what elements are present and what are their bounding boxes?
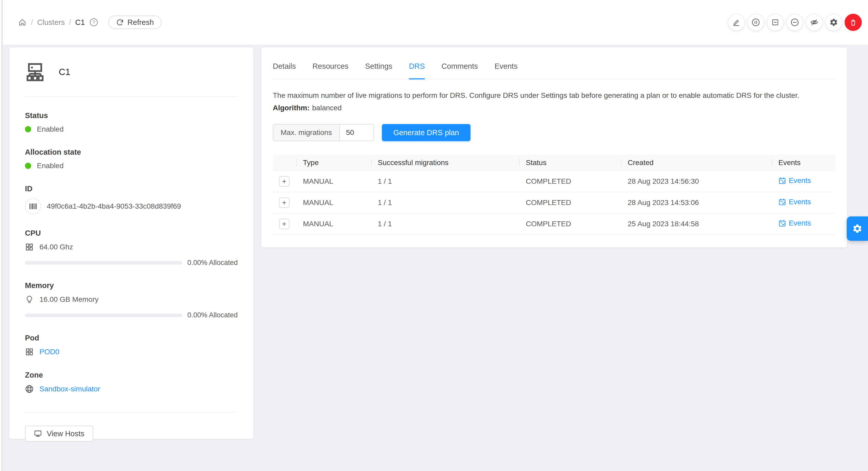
- memory-allocated-text: 0.00% Allocated: [187, 311, 238, 319]
- breadcrumb: / Clusters / C1 ? Refresh: [18, 15, 162, 29]
- pause-button[interactable]: [747, 14, 764, 31]
- zone-link[interactable]: Sandbox-simulator: [39, 385, 100, 393]
- unmanage-button[interactable]: [767, 14, 784, 31]
- row-events-link[interactable]: Events: [778, 219, 811, 227]
- allocation-state-label: Allocation state: [25, 148, 238, 157]
- events-link-label: Events: [789, 198, 811, 206]
- eye-slash-icon: [810, 18, 819, 27]
- refresh-icon: [116, 19, 124, 26]
- row-events-link[interactable]: Events: [778, 198, 811, 206]
- help-circle-icon[interactable]: ?: [89, 18, 98, 27]
- cell-type: MANUAL: [297, 192, 372, 213]
- column-created: Created: [621, 155, 772, 171]
- gear-icon: [829, 18, 838, 27]
- divider: [25, 96, 238, 97]
- pod-value-row: POD0: [25, 347, 238, 356]
- breadcrumb-separator: /: [69, 18, 71, 27]
- cell-type: MANUAL: [297, 213, 372, 235]
- row-events-link[interactable]: Events: [778, 176, 811, 185]
- cell-type: MANUAL: [297, 171, 372, 192]
- tab-events[interactable]: Events: [495, 62, 518, 79]
- globe-icon: [25, 384, 34, 394]
- cell-created: 28 Aug 2023 14:56:30: [621, 171, 772, 192]
- expand-row-button[interactable]: +: [279, 219, 289, 229]
- memory-progress-bar: [25, 313, 182, 317]
- minus-square-icon: [771, 18, 779, 27]
- column-type: Type: [297, 155, 372, 171]
- grid-icon: [25, 347, 34, 356]
- generate-drs-plan-button[interactable]: Generate DRS plan: [382, 124, 470, 141]
- id-label: ID: [25, 184, 238, 193]
- pause-circle-icon: [751, 18, 760, 27]
- memory-progress-row: 0.00% Allocated: [25, 311, 238, 319]
- cell-status: COMPLETED: [520, 213, 621, 235]
- copy-id-button[interactable]: [25, 198, 41, 214]
- svg-text:?: ?: [92, 20, 95, 25]
- view-hosts-button[interactable]: View Hosts: [25, 426, 93, 442]
- refresh-label: Refresh: [128, 18, 154, 27]
- column-status: Status: [520, 155, 621, 171]
- divider: [25, 412, 238, 413]
- tab-settings[interactable]: Settings: [365, 62, 392, 79]
- view-hosts-label: View Hosts: [47, 430, 85, 438]
- tab-resources[interactable]: Resources: [313, 62, 349, 79]
- id-value-row: 49f0c6a1-4b2b-4ba4-9053-33c08d839f69: [25, 198, 238, 214]
- tab-drs[interactable]: DRS: [409, 62, 425, 79]
- plus-icon: +: [282, 178, 286, 185]
- pod-link[interactable]: POD0: [39, 348, 59, 356]
- breadcrumb-current-c1: C1: [75, 18, 85, 27]
- plus-icon: +: [282, 220, 286, 228]
- minus-circle-icon: [790, 18, 799, 27]
- breadcrumb-clusters-link[interactable]: Clusters: [37, 18, 65, 27]
- tab-comments[interactable]: Comments: [441, 62, 478, 79]
- cell-created: 28 Aug 2023 14:53:06: [621, 192, 772, 213]
- calendar-check-icon: [778, 198, 786, 206]
- project-settings-fab[interactable]: [847, 216, 868, 241]
- allocation-state-value-row: Enabled: [25, 162, 238, 170]
- zone-label: Zone: [25, 371, 238, 379]
- cluster-title: C1: [59, 67, 70, 77]
- column-events: Events: [772, 155, 836, 171]
- refresh-button[interactable]: Refresh: [108, 15, 162, 29]
- cpu-progress-row: 0.00% Allocated: [25, 259, 238, 267]
- max-migrations-group: Max. migrations: [273, 124, 374, 141]
- table-row: + MANUAL 1 / 1 COMPLETED 28 Aug 2023 14:…: [273, 171, 836, 192]
- edit-button[interactable]: [728, 14, 745, 31]
- max-migrations-label: Max. migrations: [273, 125, 340, 141]
- cpu-value: 64.00 Ghz: [39, 243, 73, 251]
- drs-description: The maximum number of live migrations to…: [273, 90, 836, 101]
- allocation-dot-icon: [25, 163, 31, 169]
- cluster-detail-card: Details Resources Settings DRS Comments …: [261, 47, 847, 247]
- drs-controls: Max. migrations Generate DRS plan: [273, 124, 836, 141]
- max-migrations-input[interactable]: [340, 125, 374, 141]
- status-dot-icon: [25, 126, 31, 132]
- cell-migrations: 1 / 1: [372, 171, 520, 192]
- cell-migrations: 1 / 1: [372, 213, 520, 235]
- status-value-row: Enabled: [25, 125, 238, 133]
- content-area: C1 Status Enabled Allocation state Enabl…: [3, 45, 868, 471]
- tab-details[interactable]: Details: [273, 62, 296, 79]
- zone-value-row: Sandbox-simulator: [25, 384, 238, 394]
- events-link-label: Events: [789, 219, 811, 227]
- settings-button[interactable]: [825, 14, 842, 31]
- status-value: Enabled: [37, 125, 64, 133]
- barcode-icon: [29, 202, 37, 210]
- disable-button[interactable]: [786, 14, 803, 31]
- drs-plans-table: Type Successful migrations Status Create…: [273, 155, 836, 235]
- cpu-progress-bar: [25, 261, 182, 265]
- collapsed-sidebar-edge: [0, 0, 2, 471]
- dedicate-button[interactable]: [806, 14, 823, 31]
- cell-migrations: 1 / 1: [372, 192, 520, 213]
- memory-label: Memory: [25, 281, 238, 290]
- tab-bar: Details Resources Settings DRS Comments …: [273, 47, 836, 79]
- bulb-icon: [25, 295, 34, 304]
- expand-row-button[interactable]: +: [279, 198, 289, 208]
- expand-column-header: [273, 155, 297, 171]
- delete-button[interactable]: [845, 14, 862, 31]
- home-icon[interactable]: [18, 18, 27, 27]
- table-header-row: Type Successful migrations Status Create…: [273, 155, 836, 171]
- cell-status: COMPLETED: [520, 171, 621, 192]
- cell-status: COMPLETED: [520, 192, 621, 213]
- cpu-label: CPU: [25, 229, 238, 237]
- expand-row-button[interactable]: +: [279, 176, 289, 187]
